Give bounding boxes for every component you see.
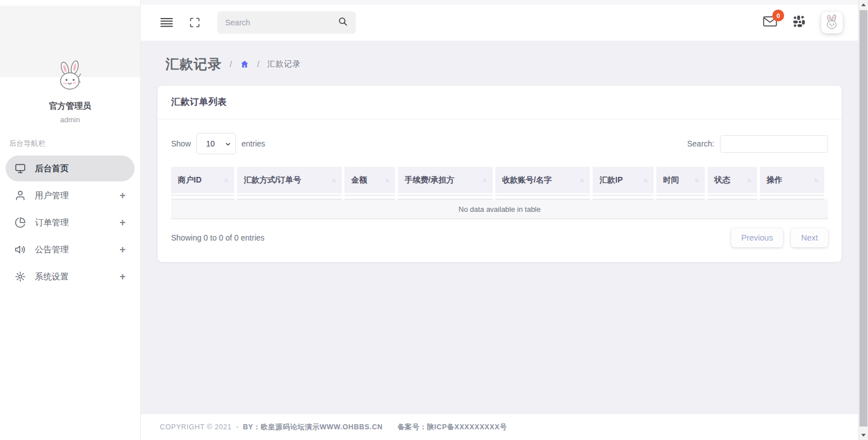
table-header-cell[interactable]: 状态↑↓ (708, 167, 757, 193)
breadcrumb-separator: / (230, 60, 232, 69)
page-footer: COPYRIGHT © 2021 ▪ BY：欧皇源码论坛演示WWW.OHBBS.… (141, 414, 858, 440)
scrollbar-thumb[interactable] (860, 10, 867, 426)
expand-plus-icon[interactable]: + (119, 190, 126, 201)
table-filter-row (171, 195, 828, 199)
breadcrumb-separator: / (257, 60, 259, 69)
data-table: 商户ID↑↓ 汇款方式/订单号↑↓ 金额↑↓ 手续费/承担方↑↓ 收款账号/名字… (171, 167, 828, 219)
profile-name: 官方管理员 (0, 101, 140, 112)
footer-by-text: BY：欧皇源码论坛演示WWW.OHBBS.CN (243, 423, 383, 432)
home-icon[interactable] (240, 60, 249, 69)
breadcrumb: 汇款记录 / / 汇款记录 (165, 55, 842, 73)
table-header-cell[interactable]: 手续费/承担方↑↓ (398, 167, 493, 193)
sidebar-item-label: 用户管理 (35, 190, 69, 201)
sort-arrows-icon: ↑↓ (482, 177, 486, 183)
length-label-before: Show (171, 139, 191, 148)
speaker-icon (15, 244, 26, 255)
sort-arrows-icon: ↑↓ (224, 177, 227, 183)
table-empty-cell (708, 195, 757, 199)
table-header-cell[interactable]: 时间↑↓ (656, 167, 705, 193)
sidebar-item-settings[interactable]: 系统设置 + (6, 264, 135, 290)
fullscreen-icon[interactable] (185, 12, 205, 33)
profile-role: admin (0, 115, 140, 124)
table-header-cell[interactable]: 汇款IP↑↓ (593, 167, 654, 193)
bullet-icon: ▪ (236, 424, 239, 430)
table-header-cell[interactable]: 商户ID↑↓ (171, 167, 234, 193)
table-header-cell[interactable]: 收款账号/名字↑↓ (495, 167, 590, 193)
panel-title: 汇款订单列表 (171, 97, 227, 106)
app-window: 官方管理员 admin 后台导航栏 后台首页 用户管理 (0, 0, 868, 440)
table-header-cell[interactable]: 汇款方式/订单号↑↓ (237, 167, 342, 193)
user-icon (15, 190, 26, 201)
monitor-icon (15, 163, 26, 174)
user-avatar[interactable] (821, 12, 843, 33)
table-empty-cell (593, 195, 654, 199)
mail-icon[interactable]: 0 (763, 15, 777, 30)
sidebar-item-dashboard[interactable]: 后台首页 (6, 155, 135, 181)
table-empty-cell (171, 195, 234, 199)
sidebar-item-announcements[interactable]: 公告管理 + (6, 237, 135, 263)
table-footer: Showing 0 to 0 of 0 entries Previous Nex… (171, 228, 828, 247)
remittance-panel: 汇款订单列表 Show 10 (158, 86, 842, 262)
previous-button[interactable]: Previous (731, 228, 783, 247)
table-empty-message: No data available in table (171, 199, 828, 219)
page-length-control: Show 10 ent (171, 133, 265, 154)
table-empty-cell (656, 195, 705, 199)
menu-icon[interactable] (156, 12, 177, 33)
sidebar-item-label: 后台首页 (35, 163, 69, 174)
search-icon[interactable] (338, 16, 348, 29)
sort-arrows-icon: ↑↓ (814, 177, 817, 183)
global-search (217, 11, 356, 34)
copyright-text: COPYRIGHT © 2021 (160, 423, 232, 431)
panel-header: 汇款订单列表 (158, 86, 842, 119)
page-title: 汇款记录 (165, 55, 222, 73)
table-header-cell[interactable]: 金额↑↓ (344, 167, 395, 193)
table-search-control: Search: (687, 135, 828, 153)
sort-arrows-icon: ↑↓ (643, 177, 647, 183)
gear-icon (15, 271, 26, 282)
length-label-after: entries (241, 139, 265, 148)
sort-arrows-icon: ↑↓ (695, 177, 698, 183)
sort-arrows-icon: ↑↓ (332, 177, 335, 183)
table-empty-cell (398, 195, 493, 199)
table-empty-cell (344, 195, 395, 199)
sort-arrows-icon: ↑↓ (747, 177, 750, 183)
table-header-cell[interactable]: 操作↑↓ (760, 167, 824, 193)
pie-chart-icon (15, 217, 26, 228)
content-area: 汇款记录 / / 汇款记录 汇款订单列表 Show (141, 41, 858, 414)
sort-arrows-icon: ↑↓ (580, 177, 583, 183)
expand-plus-icon[interactable]: + (119, 217, 126, 228)
sidebar-item-label: 订单管理 (35, 217, 69, 228)
table-empty-cell (495, 195, 590, 199)
expand-plus-icon[interactable]: + (119, 245, 126, 255)
sidebar-item-orders[interactable]: 订单管理 + (6, 210, 135, 235)
vertical-scrollbar[interactable] (858, 0, 868, 440)
expand-plus-icon[interactable]: + (119, 272, 126, 282)
table-empty-cell (237, 195, 342, 199)
top-navbar: 0 (141, 5, 858, 41)
user-avatar[interactable] (53, 59, 88, 96)
pagination: Previous Next (723, 228, 828, 247)
scroll-up-icon[interactable] (859, 0, 868, 10)
sidebar: 官方管理员 admin 后台导航栏 后台首页 用户管理 (0, 0, 141, 440)
mail-badge: 0 (772, 10, 784, 21)
scroll-down-icon[interactable] (859, 430, 868, 440)
table-info: Showing 0 to 0 of 0 entries (171, 233, 265, 242)
entries-select[interactable]: 10 (196, 133, 236, 154)
panel-body: Show 10 ent (158, 119, 842, 262)
sidebar-nav: 后台首页 用户管理 + 订单管理 + (0, 155, 140, 290)
nav-section-label: 后台导航栏 (9, 139, 131, 149)
sidebar-item-label: 公告管理 (35, 245, 69, 255)
profile-block: 官方管理员 admin (0, 59, 140, 124)
table-search-label: Search: (687, 139, 714, 148)
table-search-input[interactable] (720, 135, 828, 153)
breadcrumb-current: 汇款记录 (267, 59, 301, 69)
sidebar-item-users[interactable]: 用户管理 + (6, 183, 135, 208)
search-input[interactable] (225, 18, 338, 27)
sidebar-item-label: 系统设置 (35, 272, 69, 282)
sort-arrows-icon: ↑↓ (385, 177, 388, 183)
table-empty-cell (760, 195, 824, 199)
main-column: 0 (141, 0, 858, 440)
next-button[interactable]: Next (791, 228, 828, 247)
apps-icon[interactable] (792, 14, 807, 31)
top-strip (141, 0, 858, 5)
